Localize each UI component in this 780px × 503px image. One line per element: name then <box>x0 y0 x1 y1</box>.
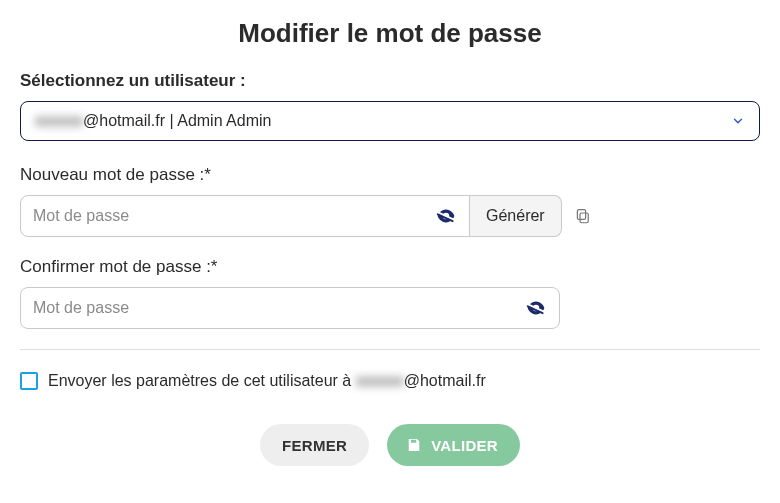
send-params-label: Envoyer les paramètres de cet utilisateu… <box>48 372 486 390</box>
user-select-label: Sélectionnez un utilisateur : <box>20 71 760 91</box>
chevron-down-icon <box>731 114 745 128</box>
confirm-password-input[interactable] <box>33 299 525 317</box>
user-select[interactable]: xxxxxx@hotmail.fr | Admin Admin <box>20 101 760 141</box>
new-password-label: Nouveau mot de passe :* <box>20 165 760 185</box>
submit-button-label: VALIDER <box>431 437 498 454</box>
new-password-wrap <box>20 195 470 237</box>
generate-button[interactable]: Générer <box>470 195 562 237</box>
copy-icon <box>574 207 592 225</box>
divider <box>20 349 760 350</box>
close-button[interactable]: FERMER <box>260 424 369 466</box>
confirm-password-wrap <box>20 287 560 329</box>
confirm-password-label: Confirmer mot de passe :* <box>20 257 760 277</box>
copy-button[interactable] <box>562 207 592 225</box>
submit-button[interactable]: VALIDER <box>387 424 520 466</box>
eye-off-icon[interactable] <box>525 297 547 319</box>
svg-rect-3 <box>577 210 585 220</box>
page-title: Modifier le mot de passe <box>20 18 760 49</box>
eye-off-icon[interactable] <box>435 205 457 227</box>
send-params-checkbox[interactable] <box>20 372 38 390</box>
new-password-input[interactable] <box>33 207 435 225</box>
svg-rect-2 <box>580 213 588 223</box>
user-select-value: xxxxxx@hotmail.fr | Admin Admin <box>35 112 271 130</box>
save-icon <box>405 436 423 454</box>
